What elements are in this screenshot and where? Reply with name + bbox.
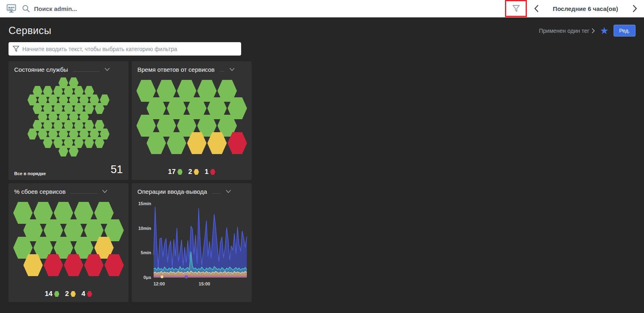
time-range-label[interactable]: Последние 6 часа(ов) <box>553 5 618 12</box>
hex-cluster <box>13 202 124 286</box>
chevron-down-icon[interactable] <box>105 66 110 73</box>
legend-count: 17 <box>168 168 176 176</box>
panel-service-status: Состояние службы Все в порядке 51 <box>9 61 128 180</box>
legend-count: 4 <box>81 290 85 298</box>
dashboards-menu-button[interactable] <box>4 1 19 16</box>
legend-count: 14 <box>45 290 53 298</box>
legend-count: 1 <box>205 168 208 176</box>
applied-tag-text: Применен один тег <box>539 28 589 34</box>
filter-button[interactable] <box>510 3 522 14</box>
legend-hex-marker <box>87 291 92 297</box>
hex-cluster <box>13 77 124 164</box>
favorite-star-icon[interactable]: ★ <box>600 26 609 36</box>
legend: 1721 <box>132 168 252 176</box>
panel-title: % сбоев сервисов <box>14 188 66 195</box>
applied-tag-note[interactable]: Применен один тег <box>539 28 595 34</box>
x-tick-label: 15:00 <box>199 281 210 286</box>
timeseries-chart[interactable]: 0μs5min10min15min12:0015:00 <box>135 198 248 296</box>
panel-title: Время ответов от сервисов <box>137 66 215 73</box>
page-header-actions: Применен один тег ★ Ред. <box>539 25 635 36</box>
chevron-down-icon[interactable] <box>229 66 235 73</box>
legend: 1424 <box>9 290 128 298</box>
chevron-right-icon <box>633 5 637 12</box>
legend-hex-marker <box>54 291 59 297</box>
title-underline <box>220 71 225 72</box>
legend-item[interactable]: 17 <box>168 168 183 176</box>
legend-item[interactable]: 1 <box>205 168 215 176</box>
dashboard-grid: Состояние службы Все в порядке 51 Время … <box>0 61 644 302</box>
y-tick-label: 10min <box>138 226 151 231</box>
red-highlight-box <box>505 0 527 17</box>
status-text: Все в порядке <box>14 171 46 176</box>
edit-button[interactable]: Ред. <box>614 25 635 36</box>
legend-hex-marker <box>194 169 199 175</box>
topbar: Поиск admin... Последние 6 часа(ов) <box>0 0 644 17</box>
chevron-down-icon[interactable] <box>226 188 231 195</box>
panel-header[interactable]: Операции ввода-вывода <box>132 183 252 197</box>
legend-count: 2 <box>188 168 192 176</box>
panel-response-time: Время ответов от сервисов 1721 <box>132 61 252 180</box>
title-underline <box>73 71 100 72</box>
panel-header[interactable]: Состояние службы <box>9 61 128 75</box>
panel-fail-percent: % сбоев сервисов 1424 <box>9 183 128 302</box>
panel-title: Состояние службы <box>14 66 68 73</box>
filter-box <box>9 42 241 56</box>
title-underline <box>212 193 221 194</box>
y-tick-label: 15min <box>138 201 151 206</box>
topbar-right: Последние 6 часа(ов) <box>505 0 640 17</box>
search-icon <box>22 4 30 13</box>
legend-item[interactable]: 2 <box>188 168 199 176</box>
funnel-filter-icon <box>512 5 520 12</box>
chevron-left-icon <box>534 5 539 12</box>
chevron-right-small-icon <box>592 28 595 33</box>
funnel-filter-icon <box>13 45 19 52</box>
time-range-forward-button[interactable] <box>629 2 640 15</box>
hex-cluster <box>136 80 248 164</box>
global-search[interactable]: Поиск admin... <box>22 4 505 13</box>
event-dot-1[interactable] <box>185 275 188 279</box>
legend-hex-marker <box>71 291 76 297</box>
legend-item[interactable]: 2 <box>65 290 75 298</box>
legend-hex-marker <box>210 169 215 175</box>
panel-title: Операции ввода-вывода <box>137 188 207 195</box>
title-underline <box>71 193 97 194</box>
legend-hex-marker <box>177 169 182 175</box>
legend-item[interactable]: 4 <box>81 290 92 298</box>
panel-header[interactable]: Время ответов от сервисов <box>132 61 252 75</box>
page-header: Сервисы Применен один тег ★ Ред. <box>0 17 644 41</box>
y-tick-label: 0μs <box>143 275 151 280</box>
legend-item[interactable]: 14 <box>45 290 60 298</box>
panel-io-operations: Операции ввода-вывода 0μs5min10min15min1… <box>132 183 252 302</box>
chevron-down-icon[interactable] <box>102 188 107 195</box>
y-tick-label: 5min <box>141 250 151 255</box>
filter-row <box>0 41 644 61</box>
legend-count: 2 <box>65 290 68 298</box>
monitor-dashboard-icon <box>6 4 16 13</box>
search-placeholder-text: Поиск admin... <box>34 5 77 12</box>
time-range-back-button[interactable] <box>531 2 541 15</box>
x-tick-label: 12:00 <box>154 281 165 286</box>
total-count: 51 <box>111 163 123 176</box>
panel-header[interactable]: % сбоев сервисов <box>9 183 128 197</box>
filter-category-input[interactable] <box>9 42 241 56</box>
page-title: Сервисы <box>9 25 51 36</box>
panel-footer: Все в порядке 51 <box>14 163 123 176</box>
event-dot-0[interactable] <box>160 275 163 278</box>
